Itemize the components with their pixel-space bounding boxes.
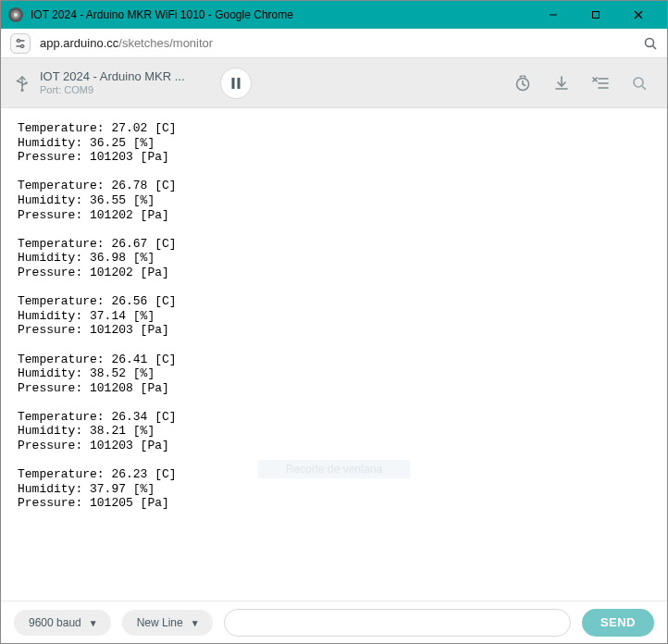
svg-point-13 [17,80,19,82]
svg-point-30 [634,78,643,87]
app-header: IOT 2024 - Arduino MKR ... Port: COM9 [1,58,667,108]
usb-icon [14,74,31,93]
chevron-down-icon: ▼ [89,618,98,628]
timestamp-icon[interactable] [508,68,538,98]
window-controls [532,1,660,29]
svg-line-22 [524,76,526,77]
send-button[interactable]: SEND [582,609,654,637]
svg-rect-17 [237,78,240,89]
serial-monitor-app: IOT 2024 - Arduino MKR ... Port: COM9 [1,58,667,643]
window-titlebar: IOT 2024 - Arduino MKR WiFi 1010 - Googl… [1,1,667,29]
svg-rect-3 [593,12,600,19]
svg-point-9 [21,44,24,47]
download-icon[interactable] [547,68,576,98]
minimize-button[interactable] [532,1,575,29]
svg-point-10 [646,38,654,46]
sketch-info: IOT 2024 - Arduino MKR ... Port: COM9 [40,69,185,96]
svg-rect-14 [25,81,27,83]
chevron-down-icon: ▼ [191,618,200,628]
svg-point-1 [14,13,18,17]
maximize-button[interactable] [575,1,617,29]
bottom-bar: 9600 baud ▼ New Line ▼ SEND [1,601,667,643]
send-input[interactable] [224,609,571,637]
watermark-label: Recorte de ventana [258,460,411,478]
url-text[interactable]: app.arduino.cc/sketches/monitor [40,36,634,50]
lineending-select[interactable]: New Line ▼ [122,610,213,636]
window-title: IOT 2024 - Arduino MKR WiFi 1010 - Googl… [31,8,293,21]
lineending-label: New Line [137,616,183,629]
serial-output[interactable]: Temperature: 27.02 [C] Humidity: 36.25 [… [1,108,667,601]
svg-point-15 [20,88,23,91]
url-bar: app.arduino.cc/sketches/monitor [1,29,667,58]
svg-point-7 [18,39,20,42]
port-label: Port: COM9 [40,84,185,96]
svg-line-20 [523,84,526,86]
site-settings-icon[interactable] [10,33,31,54]
baud-label: 9600 baud [29,616,81,629]
svg-rect-16 [231,78,234,89]
zoom-icon[interactable] [643,36,658,51]
url-host: app.arduino.cc [40,36,118,50]
url-path: /sketches/monitor [118,36,213,50]
sketch-title: IOT 2024 - Arduino MKR ... [40,69,185,84]
pause-button[interactable] [220,68,252,99]
svg-line-11 [653,45,657,49]
chrome-icon [8,7,23,22]
close-button[interactable] [617,1,660,29]
titlebar-left: IOT 2024 - Arduino MKR WiFi 1010 - Googl… [8,7,293,22]
svg-line-31 [642,86,646,90]
baud-select[interactable]: 9600 baud ▼ [14,610,111,636]
clear-icon[interactable] [586,68,615,98]
search-icon[interactable] [625,68,654,98]
svg-line-21 [520,76,522,77]
